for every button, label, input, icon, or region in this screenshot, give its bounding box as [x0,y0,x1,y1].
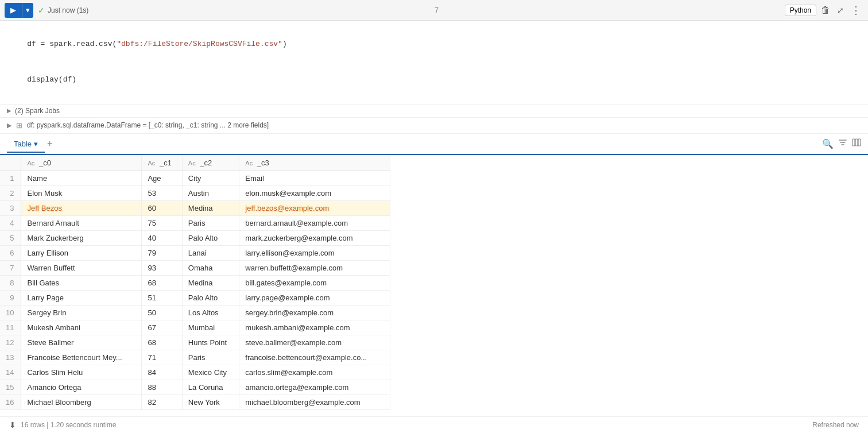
cell-1-c3: Email [239,171,390,185]
spark-jobs-row[interactable]: ▶ (2) Spark Jobs [0,105,868,118]
row-number: 6 [0,245,21,260]
data-table-container: Ac _c0 Ac _c1 Ac _c2 Ac _c3 1NameAgeCity… [0,155,868,410]
cell-6-c0: Larry Ellison [21,245,142,260]
cell-13-c0: Francoise Bettencourt Mey... [21,350,142,365]
columns-button[interactable] [852,138,861,149]
code-line-2: display(df) [9,62,859,98]
more-options-button[interactable]: ⋮ [848,2,863,19]
row-number: 13 [0,350,21,365]
cell-5-c1: 40 [142,230,182,245]
search-button[interactable]: 🔍 [822,138,834,149]
row-number: 11 [0,320,21,335]
cell-2-c2: Austin [182,185,239,200]
table-row: 11Mukesh Ambani67Mumbaimukesh.ambani@exa… [0,320,390,335]
delete-icon: 🗑 [821,5,830,16]
table-row: 4Bernard Arnault75Parisbernard.arnault@e… [0,215,390,230]
cell-5-c2: Palo Alto [182,230,239,245]
cell-9-c0: Larry Page [21,290,142,305]
col-type-icon-c3: Ac [245,160,253,167]
cell-5-c0: Mark Zuckerberg [21,230,142,245]
tab-table[interactable]: Table ▾ [7,136,45,153]
row-number: 4 [0,215,21,230]
run-button[interactable]: ▶ ▾ [5,3,33,18]
cell-2-c0: Elon Musk [21,185,142,200]
columns-icon [852,138,861,147]
cell-4-c0: Bernard Arnault [21,215,142,230]
cell-8-c2: Medina [182,275,239,290]
cell-14-c2: Mexico City [182,365,239,380]
col-header-c3[interactable]: Ac _c3 [239,155,390,171]
table-row: 2Elon Musk53Austinelon.musk@example.com [0,185,390,200]
code-line-1: df = spark.read.csv("dbfs:/FileStore/Ski… [9,26,859,62]
cell-11-c3: mukesh.ambani@example.com [239,320,390,335]
filter-icon [838,138,847,147]
filter-button[interactable] [838,138,847,149]
expand-button[interactable]: ⤢ [835,3,846,17]
table-actions: 🔍 [822,138,861,149]
delete-button[interactable]: 🗑 [819,3,832,18]
cell-6-c1: 79 [142,245,182,260]
cell-1-c1: Age [142,171,182,185]
table-row: 16Michael Bloomberg82New Yorkmichael.blo… [0,395,390,409]
tab-table-label: Table [14,140,32,148]
cell-12-c0: Steve Ballmer [21,335,142,350]
add-tab-button[interactable]: + [45,136,55,151]
cell-1-c0: Name [21,171,142,185]
cell-13-c2: Paris [182,350,239,365]
cell-2-c3: elon.musk@example.com [239,185,390,200]
expand-icon: ⤢ [837,6,844,15]
cell-7-c0: Warren Buffett [21,260,142,275]
cell-15-c1: 88 [142,380,182,395]
cell-15-c2: La Coruña [182,380,239,395]
cell-10-c1: 50 [142,305,182,320]
cell-16-c2: New York [182,395,239,409]
df-info-row[interactable]: ▶ ⊞ df: pyspark.sql.dataframe.DataFrame … [0,118,868,134]
cell-8-c1: 68 [142,275,182,290]
table-row: 7Warren Buffett93Omahawarren.buffett@exa… [0,260,390,275]
col-label-c2: _c2 [200,158,212,167]
table-row: 14Carlos Slim Helu84Mexico Citycarlos.sl… [0,365,390,380]
table-header-row: Ac _c0 Ac _c1 Ac _c2 Ac _c3 [0,155,390,171]
col-label-c1: _c1 [160,158,172,167]
table-toolbar: Table ▾ + 🔍 [0,134,868,155]
col-type-icon-c1: Ac [148,160,155,167]
col-header-c1[interactable]: Ac _c1 [142,155,182,171]
data-table: Ac _c0 Ac _c1 Ac _c2 Ac _c3 1NameAgeCity… [0,155,390,410]
cell-8-c0: Bill Gates [21,275,142,290]
col-header-c2[interactable]: Ac _c2 [182,155,239,171]
row-number: 15 [0,380,21,395]
execution-status: ✓ Just now (1s) [38,6,88,15]
table-row: 8Bill Gates68Medinabill.gates@example.co… [0,275,390,290]
language-button[interactable]: Python [785,5,816,16]
cell-15-c0: Amancio Ortega [21,380,142,395]
code-cell[interactable]: df = spark.read.csv("dbfs:/FileStore/Ski… [0,21,868,105]
search-icon: 🔍 [822,139,834,149]
row-number: 3 [0,200,21,215]
more-icon: ⋮ [851,4,861,17]
col-header-c0[interactable]: Ac _c0 [21,155,142,171]
status-text: Just now (1s) [48,6,88,14]
cell-2-c1: 53 [142,185,182,200]
svg-rect-2 [858,139,861,146]
table-tabs: Table ▾ + [7,136,55,152]
cell-3-c0: Jeff Bezos [21,200,142,215]
cell-14-c3: carlos.slim@example.com [239,365,390,380]
table-row: 13Francoise Bettencourt Mey...71Parisfra… [0,350,390,365]
cell-11-c0: Mukesh Ambani [21,320,142,335]
run-dropdown-arrow[interactable]: ▾ [22,3,33,18]
cell-10-c0: Sergey Brin [21,305,142,320]
row-number: 9 [0,290,21,305]
cell-12-c1: 68 [142,335,182,350]
df-table-icon: ⊞ [16,121,22,130]
df-expand-icon: ▶ [7,122,11,129]
cell-9-c2: Palo Alto [182,290,239,305]
tab-table-arrow: ▾ [34,140,38,148]
row-number: 7 [0,260,21,275]
cell-4-c2: Paris [182,215,239,230]
table-row: 12Steve Ballmer68Hunts Pointsteve.ballme… [0,335,390,350]
cell-13-c1: 71 [142,350,182,365]
cell-3-c2: Medina [182,200,239,215]
cell-12-c2: Hunts Point [182,335,239,350]
cell-10-c3: sergey.brin@example.com [239,305,390,320]
spark-jobs-triangle: ▶ [7,107,11,114]
